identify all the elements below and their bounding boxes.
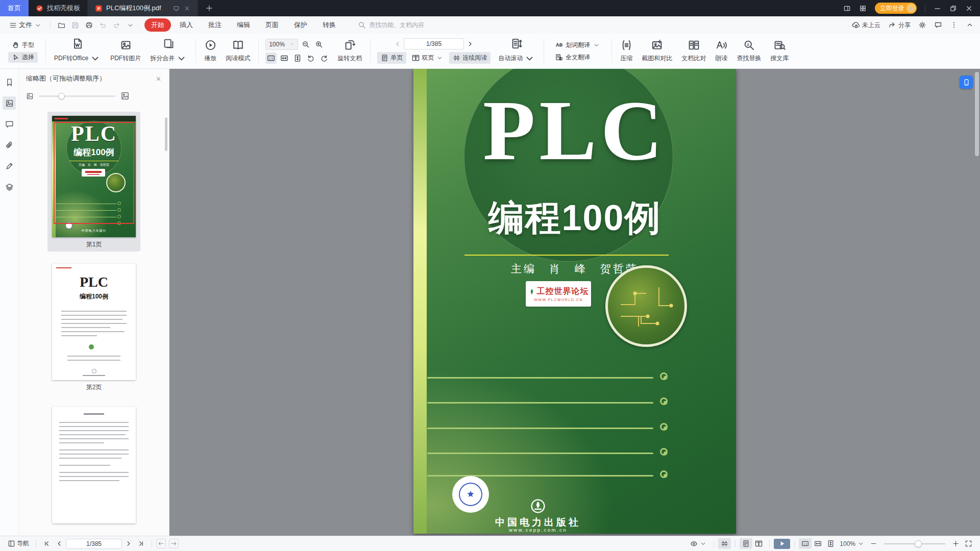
full-translate-button[interactable]: 全文翻译 [552, 52, 604, 63]
single-page-mode-button[interactable]: 单页 [377, 52, 406, 64]
zoom-out-button[interactable] [300, 39, 311, 50]
auto-scroll-button[interactable]: 自动滚动 [494, 38, 540, 64]
actual-size-button[interactable]: 1:1 [265, 53, 277, 64]
view-forward-button[interactable] [169, 539, 179, 548]
thumbnail-smaller-icon[interactable] [26, 92, 34, 100]
play-mode-button[interactable] [774, 539, 790, 549]
double-page-toggle[interactable] [752, 538, 765, 549]
login-button[interactable]: 立即登录 [875, 3, 917, 14]
menu-tab-start[interactable]: 开始 [144, 18, 171, 32]
bookmarks-panel-button[interactable] [3, 76, 16, 89]
read-mode-button[interactable]: 阅读模式 [221, 39, 255, 63]
split-window-icon[interactable] [843, 5, 851, 12]
page-number-input[interactable] [404, 38, 464, 49]
search-input[interactable] [369, 21, 446, 29]
collapse-ribbon-icon[interactable] [966, 21, 974, 29]
rotate-left-button[interactable] [305, 53, 316, 64]
thumbnail-page-2[interactable]: PLC 编程100例 第2页 [52, 264, 136, 394]
quick-toolbar-more-button[interactable] [125, 19, 136, 31]
undo-button[interactable] [97, 19, 109, 31]
menu-tab-insert[interactable]: 插入 [173, 18, 200, 32]
pdf-page-cover[interactable]: PLC 编程100例 主编 肖 峰 贺哲荣 工控世界论坛 WWW.PLCWORL… [413, 69, 736, 534]
minimize-window-icon[interactable] [934, 5, 941, 12]
page-2-thumbnail[interactable]: PLC 编程100例 [52, 264, 136, 380]
rotate-right-button[interactable] [318, 53, 330, 64]
apps-grid-icon[interactable] [859, 5, 867, 12]
last-page-button[interactable] [135, 538, 148, 549]
document-scrollbar-thumb[interactable] [975, 72, 979, 156]
next-page-button[interactable] [466, 40, 474, 48]
settings-gear-icon[interactable] [918, 21, 926, 29]
zoom-level-dropdown[interactable]: 100% [265, 39, 298, 50]
new-tab-button[interactable] [198, 0, 220, 16]
fit-page-button[interactable] [292, 53, 303, 64]
redo-button[interactable] [111, 19, 122, 31]
previous-page-button[interactable] [53, 538, 66, 549]
thumbnails-panel-button[interactable] [3, 96, 16, 110]
zoom-slider[interactable] [884, 543, 945, 544]
screenshot-compare-button[interactable]: 截图和对比 [637, 39, 677, 63]
zoom-slider-knob[interactable] [915, 540, 922, 547]
menu-tab-convert[interactable]: 转换 [316, 18, 342, 32]
zoom-in-button[interactable] [949, 538, 962, 549]
document-compare-button[interactable]: 文档比对 [677, 39, 710, 63]
double-page-mode-button[interactable]: 双页 [408, 52, 447, 64]
split-merge-button[interactable]: 拆分合并 [145, 38, 192, 64]
actual-size-button[interactable]: 1:1 [799, 538, 812, 549]
navigation-toggle-button[interactable]: 导航 [5, 538, 32, 549]
read-aloud-button[interactable]: 朗读 [710, 39, 732, 63]
close-tab-icon[interactable] [184, 5, 190, 12]
comments-panel-button[interactable] [3, 117, 16, 131]
zoom-level-dropdown[interactable]: 100% [837, 538, 867, 549]
main-menu-button[interactable]: 文件 [6, 18, 45, 32]
home-tab[interactable]: 首页 [0, 0, 29, 16]
eye-protection-button[interactable] [688, 538, 709, 549]
find-replace-button[interactable]: a 查找替换 [732, 39, 766, 63]
print-button[interactable] [83, 19, 95, 31]
fit-width-button[interactable] [279, 53, 290, 64]
mobile-view-button[interactable] [960, 76, 973, 89]
fullscreen-button[interactable] [962, 538, 975, 549]
attachments-panel-button[interactable] [3, 138, 16, 152]
menu-tab-page[interactable]: 页面 [259, 18, 285, 32]
search-box[interactable] [358, 21, 446, 29]
rotate-document-button[interactable]: 旋转文档 [333, 39, 366, 63]
open-file-button[interactable] [56, 19, 67, 31]
menu-tab-edit[interactable]: 编辑 [230, 18, 257, 32]
menu-tab-annotate[interactable]: 批注 [202, 18, 228, 32]
feedback-chat-icon[interactable] [934, 21, 942, 29]
hand-tool-button[interactable]: 手型 [8, 40, 38, 51]
save-button[interactable] [69, 19, 81, 31]
page-3-thumbnail[interactable] [52, 407, 136, 523]
thumbnail-larger-icon[interactable] [120, 91, 130, 101]
cloud-status[interactable]: 未上云 [852, 21, 880, 30]
status-page-input[interactable] [66, 539, 122, 549]
select-tool-button[interactable]: 选择 [8, 52, 38, 63]
pdf-to-office-button[interactable]: PDF转Office [50, 38, 106, 64]
share-button[interactable]: 分享 [888, 21, 911, 30]
next-page-button[interactable] [122, 538, 135, 549]
slider-knob[interactable] [58, 93, 65, 99]
zoom-in-button[interactable] [313, 39, 325, 50]
fit-width-button[interactable] [812, 538, 824, 549]
word-translate-button[interactable]: 划词翻译 [552, 40, 604, 51]
previous-page-button[interactable] [394, 40, 402, 48]
compress-button[interactable]: 压缩 [616, 39, 637, 63]
thumbnail-size-slider[interactable] [39, 95, 115, 97]
close-panel-icon[interactable] [155, 76, 162, 82]
single-page-toggle[interactable] [740, 538, 752, 549]
page-1-thumbnail[interactable]: PLC 编程100例 主编 肖 峰 贺哲荣 中国电力出版社 [52, 116, 136, 237]
pdf-to-image-button[interactable]: PDF转图片 [106, 39, 145, 63]
thumbnail-page-1-selected[interactable]: PLC 编程100例 主编 肖 峰 贺哲荣 中国电力出版社 第1页 [47, 112, 140, 252]
layers-panel-button[interactable] [3, 180, 16, 193]
play-slideshow-button[interactable]: 播放 [200, 39, 221, 63]
more-options-icon[interactable] [950, 21, 958, 29]
signature-panel-button[interactable] [3, 159, 16, 172]
menu-tab-protect[interactable]: 保护 [287, 18, 314, 32]
restore-window-icon[interactable] [949, 5, 957, 12]
close-window-icon[interactable] [965, 5, 973, 12]
first-page-button[interactable] [40, 538, 53, 549]
present-to-screen-icon[interactable] [173, 5, 180, 12]
continuous-reading-toggle[interactable] [718, 538, 731, 549]
fit-page-button[interactable] [824, 538, 837, 549]
